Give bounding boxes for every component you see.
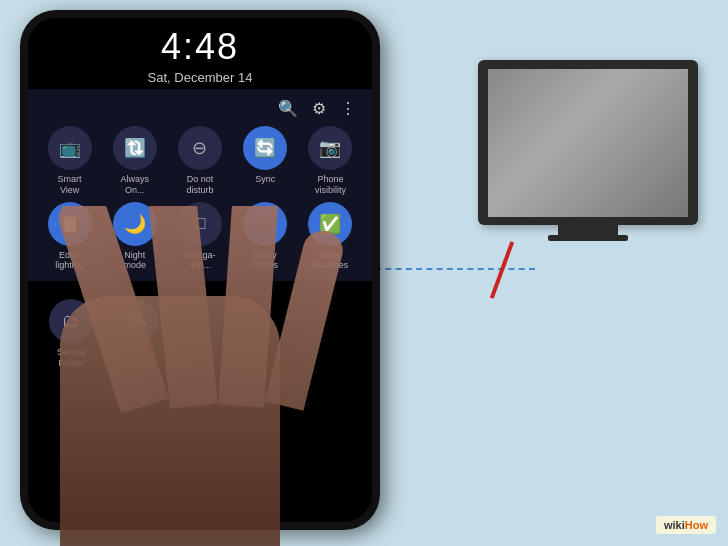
date-display: Sat, December 14 [44, 70, 356, 85]
home-screen: 🗂 SecureFolder 📡 QuickConnect [28, 281, 372, 379]
qs-dolby-atmos[interactable]: 🎵 DolbyAtmos [236, 202, 295, 272]
navigation-btn[interactable]: □ [178, 202, 222, 246]
wikihow-badge: wikiHow [656, 516, 716, 534]
qs-navigation[interactable]: □ Naviga-tion... [170, 202, 229, 272]
quick-settings-panel: 🔍 ⚙ ⋮ 📺 SmartView 🔃 AlwaysOn... [28, 89, 372, 281]
quick-settings-grid: 📺 SmartView 🔃 AlwaysOn... ⊖ Do notdistur… [36, 126, 364, 271]
tv-screen [488, 69, 688, 217]
qs-night-mode[interactable]: 🌙 Nightmode [105, 202, 164, 272]
secure-folder-label: SecureFolder [57, 347, 86, 369]
page-indicators [28, 379, 372, 401]
do-not-disturb-label: Do notdisturb [186, 174, 213, 196]
scene: 4:48 Sat, December 14 🔍 ⚙ ⋮ 📺 SmartView [0, 0, 728, 546]
dolby-atmos-label: DolbyAtmos [252, 250, 278, 272]
qs-do-not-disturb[interactable]: ⊖ Do notdisturb [170, 126, 229, 196]
quick-connect-label: QuickConnect [119, 347, 153, 369]
always-on-label: AlwaysOn... [121, 174, 150, 196]
secure-folder-btn[interactable]: 🗂 [49, 299, 93, 343]
page-dot-1 [191, 387, 197, 393]
qs-always-on[interactable]: 🔃 AlwaysOn... [105, 126, 164, 196]
phone-visibility-label: Phonevisibility [315, 174, 346, 196]
navigation-label: Naviga-tion... [184, 250, 215, 272]
do-not-disturb-btn[interactable]: ⊖ [178, 126, 222, 170]
how-text: How [685, 519, 708, 531]
sync-btn[interactable]: 🔄 [243, 126, 287, 170]
qs-secure-folder[interactable]: 🗂 SecureFolder [42, 299, 100, 369]
tv-body [478, 60, 698, 225]
tv-base [548, 235, 628, 241]
phone-screen: 4:48 Sat, December 14 🔍 ⚙ ⋮ 📺 SmartView [28, 18, 372, 522]
connection-line [375, 268, 535, 270]
time-display: 4:48 [44, 26, 356, 68]
smart-view-label: SmartView [58, 174, 82, 196]
dolby-atmos-btn[interactable]: 🎵 [243, 202, 287, 246]
edge-lighting-label: Edgelighting [55, 250, 84, 272]
edge-lighting-btn[interactable]: 📋 [48, 202, 92, 246]
qs-phone-visibility[interactable]: 📷 Phonevisibility [301, 126, 360, 196]
qs-smart-view[interactable]: 📺 SmartView [40, 126, 99, 196]
qs-sync[interactable]: 🔄 Sync [236, 126, 295, 196]
second-row-toggles: 🗂 SecureFolder 📡 QuickConnect [38, 291, 362, 369]
gear-icon[interactable]: ⚙ [312, 99, 326, 118]
search-icon[interactable]: 🔍 [278, 99, 298, 118]
phone: 4:48 Sat, December 14 🔍 ⚙ ⋮ 📺 SmartView [20, 10, 380, 530]
more-options-icon[interactable]: ⋮ [340, 99, 356, 118]
qs-bixby-routines[interactable]: ✅ BixbyRoutines [301, 202, 360, 272]
always-on-btn[interactable]: 🔃 [113, 126, 157, 170]
qs-quick-connect[interactable]: 📡 QuickConnect [106, 299, 164, 369]
night-mode-label: Nightmode [124, 250, 147, 272]
phone-visibility-btn[interactable]: 📷 [308, 126, 352, 170]
qs-edge-lighting[interactable]: 📋 Edgelighting [40, 202, 99, 272]
page-dot-2 [203, 387, 209, 393]
bixby-routines-btn[interactable]: ✅ [308, 202, 352, 246]
qs-header: 🔍 ⚙ ⋮ [36, 99, 364, 126]
wiki-text: wiki [664, 519, 685, 531]
night-mode-btn[interactable]: 🌙 [113, 202, 157, 246]
quick-connect-btn[interactable]: 📡 [114, 299, 158, 343]
tv-display [478, 60, 698, 241]
smart-view-btn[interactable]: 📺 [48, 126, 92, 170]
status-bar: 4:48 Sat, December 14 [28, 18, 372, 85]
bixby-routines-label: BixbyRoutines [313, 250, 349, 272]
sync-label: Sync [255, 174, 275, 185]
tv-stand [558, 225, 618, 235]
